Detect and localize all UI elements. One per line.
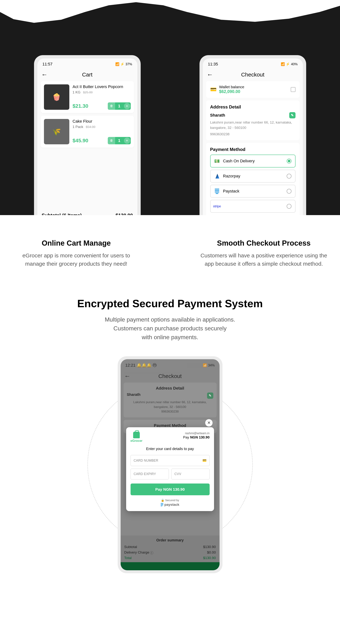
edit-icon[interactable]: ✎ [289, 112, 296, 118]
back-icon[interactable]: ← [124, 372, 130, 380]
egrocer-icon [133, 432, 140, 438]
payment-modal: ✕ eGrocer rashmi@wrteam.in Pay NGN 130.9… [126, 427, 214, 511]
encrypted-heading: Encrypted Secured Payment System [0, 297, 340, 310]
pay-button[interactable]: Pay NGN 130.90 [130, 484, 210, 495]
feature-checkout-title: Smooth Checkout Process [200, 239, 328, 247]
wallet-checkbox[interactable] [291, 87, 296, 92]
info-icon[interactable]: i [150, 551, 153, 554]
product-price: $21.30 [73, 103, 88, 109]
secured-label: 🔒 Secured by [130, 498, 210, 502]
feature-cart-desc: eGrocer app is more convenient for users… [12, 251, 141, 268]
features-section: Online Cart Manage eGrocer app is more c… [0, 215, 340, 279]
cvv-input[interactable]: CVV [172, 468, 210, 480]
subtotal-row: Subtotal (6 Items) $130.90 [41, 210, 134, 215]
address-card: Address Detail Sharath ✎ Lakshmi puram,n… [206, 100, 300, 140]
edit-icon[interactable]: ✎ [207, 392, 213, 399]
close-icon[interactable]: ✕ [205, 419, 212, 426]
trash-icon[interactable]: 🗑 [108, 137, 115, 144]
status-bar: 11:57 📶 ⚡ 37% [41, 61, 134, 69]
product-name: Cake Flour [73, 119, 131, 124]
payment-option-paystack[interactable]: Paystack [210, 185, 296, 198]
card-expiry-input[interactable]: CARD EXPIRY [130, 468, 169, 480]
product-image: 🍿 [44, 84, 69, 110]
payment-method-card: Payment Method 💵 Cash On Delivery Razorp… [206, 143, 300, 215]
cart-phone: 11:57 📶 ⚡ 37% ← Cart 🍿 Act II Butter Lov… [34, 55, 141, 215]
cart-item: 🍿 Act II Butter Lovers Popcorn 1 KG$25.0… [41, 81, 134, 113]
feature-cart-title: Online Cart Manage [12, 239, 141, 247]
plus-icon[interactable]: + [124, 138, 130, 144]
status-bar: 12:21 🔔🔔🔔 ⓜ 📶 34% [124, 362, 216, 371]
quantity-stepper[interactable]: 🗑 1 + [108, 102, 130, 110]
action-bar[interactable] [121, 562, 220, 570]
quantity-stepper[interactable]: 🗑 1 + [108, 137, 130, 144]
status-time: 11:35 [208, 62, 218, 66]
stripe-icon: stripe [214, 204, 220, 209]
screen-title: Cart [82, 72, 92, 78]
razorpay-icon [214, 173, 220, 179]
status-icons: 📶 ⚡ 37% [115, 62, 132, 66]
card-icon: 💳 [202, 458, 206, 462]
product-name: Act II Butter Lovers Popcorn [73, 84, 131, 89]
wallet-icon: 💳 [210, 86, 216, 92]
back-icon[interactable]: ← [207, 71, 213, 78]
feature-checkout-desc: Customers will have a positive experienc… [200, 251, 328, 268]
card-number-input[interactable]: CARD NUMBER 💳 [130, 455, 210, 466]
back-icon[interactable]: ← [41, 71, 48, 78]
order-summary: Order summary Subtotal$130.90 Delivery C… [121, 536, 220, 570]
checkout-phone: 11:35 📶 ⚡ 40% ← Checkout 💳 Wallet balanc… [200, 55, 306, 215]
status-time: 11:57 [42, 62, 52, 66]
trash-icon[interactable]: 🗑 [108, 102, 115, 110]
status-bar: 11:35 📶 ⚡ 40% [206, 61, 300, 69]
radio-icon [287, 204, 292, 209]
screen-title: Checkout [241, 72, 264, 78]
product-price: $45.90 [73, 138, 88, 144]
payment-phone: 12:21 🔔🔔🔔 ⓜ 📶 34% ← Checkout Address Det… [118, 356, 222, 573]
status-icons: 📶 ⚡ 40% [281, 62, 298, 66]
plus-icon[interactable]: + [124, 103, 130, 109]
payment-option-cod[interactable]: 💵 Cash On Delivery [210, 154, 296, 168]
paystack-icon [214, 188, 220, 194]
payment-option-stripe[interactable]: stripe [210, 200, 296, 213]
product-image: 🌾 [44, 119, 69, 144]
radio-icon [287, 159, 292, 164]
wallet-card[interactable]: 💳 Wallet balance $62,090.00 [206, 81, 300, 98]
encrypted-section: Encrypted Secured Payment System Multipl… [0, 279, 340, 588]
radio-icon [287, 189, 292, 194]
payment-option-razorpay[interactable]: Razorpay [210, 170, 296, 182]
paystack-logo: paystack [130, 503, 210, 507]
cart-item: 🌾 Cake Flour 1 Pack$54.00 $45.90 🗑 1 + [41, 116, 134, 148]
radio-icon [287, 174, 292, 178]
cash-icon: 💵 [214, 158, 220, 164]
